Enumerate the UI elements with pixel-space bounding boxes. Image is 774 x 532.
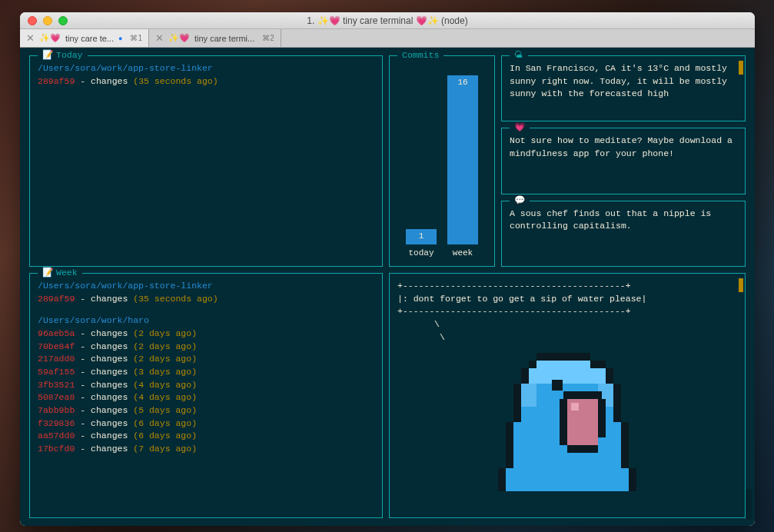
commit-line: 217add0 - changes (2 days ago) [38,353,374,366]
week-content: /Users/sora/work/app-store-linker289af59… [38,280,374,456]
svg-rect-21 [598,399,606,437]
commit-time: (2 days ago) [133,354,197,364]
commit-time: (7 days ago) [133,444,197,454]
tab-shortcut: ⌘1 [130,34,142,42]
svg-rect-3 [521,368,529,384]
commits-chart: 1today16week [396,75,488,260]
chart-bar-label: today [408,248,434,260]
chart-bar-label: week [453,248,473,260]
repo-block: /Users/sora/work/app-store-linker289af59… [38,280,374,305]
commit-message: changes [91,418,133,428]
svg-rect-2 [590,361,606,368]
commit-hash: 96aeb5a [38,328,75,338]
commit-time: (6 days ago) [133,418,197,428]
svg-rect-0 [536,353,590,361]
panel-title: 💬 [510,195,530,208]
tab-shortcut: ⌘2 [262,34,274,42]
separator: - [75,418,91,428]
svg-rect-20 [560,399,567,445]
commit-hash: 70be84f [38,341,75,351]
tab-1[interactable]: ✕ ✨💗 tiny care te... ● ⌘1 [20,29,149,47]
commit-time: (2 days ago) [133,328,197,338]
tab-bar: ✕ ✨💗 tiny care te... ● ⌘1 ✕ ✨💗 tiny care… [20,29,755,48]
scroll-indicator-icon [739,61,743,75]
commit-line: 70be84f - changes (2 days ago) [38,341,374,354]
title-text: Week [56,267,78,280]
commit-hash: aa57dd0 [38,431,75,441]
repo-path: /Users/sora/work/app-store-linker [38,62,374,75]
repo-path: /Users/sora/work/app-store-linker [38,280,374,293]
commit-time: (6 days ago) [133,431,197,441]
commit-message: changes [91,341,133,351]
separator: - [75,341,91,351]
bubble-tail: \ [434,331,737,344]
svg-rect-22 [567,445,598,453]
commit-line: 17bcfd0 - changes (7 days ago) [38,443,374,456]
chart-bar-column: 16week [447,75,478,260]
week-panel: 📝 Week /Users/sora/work/app-store-linker… [29,273,383,518]
svg-rect-10 [629,468,636,491]
commit-line: 289af59 - changes (35 seconds ago) [38,293,374,306]
scroll-indicator-icon [739,278,743,292]
close-icon[interactable]: ✕ [26,32,35,44]
commit-message: changes [91,392,133,402]
weather-icon: 🌤 [514,49,523,62]
commit-message: changes [91,444,133,454]
title-text: Today [56,49,83,62]
svg-rect-9 [498,468,506,491]
care-text: Not sure how to meditate? Maybe download… [510,135,736,160]
separator: - [75,444,91,454]
tab-label: tiny care termi... [194,34,254,43]
tab-2[interactable]: ✕ ✨💗 tiny care termi... ⌘2 [149,29,281,47]
window-title: 1. ✨💗 tiny care terminal 💗✨ (node) [20,15,755,26]
commit-message: changes [91,328,133,338]
svg-rect-5 [513,384,521,422]
tab-icon: ✨💗 [39,33,61,43]
repo-block: /Users/sora/work/haro96aeb5a - changes (… [38,314,374,455]
title-text: Commits [402,49,439,62]
commit-line: 289af59 - changes (35 seconds ago) [38,75,374,88]
bubble-text: |: dont forget to go get a sip of water … [397,293,737,306]
commit-line: 5087ea8 - changes (4 days ago) [38,391,374,404]
commit-hash: 289af59 [38,294,75,304]
titlebar: 1. ✨💗 tiny care terminal 💗✨ (node) [20,12,755,29]
note-icon: 📝 [42,267,53,280]
zoom-window-icon[interactable] [58,16,68,25]
close-window-icon[interactable] [28,16,37,25]
separator: - [75,328,91,338]
window-scrollbar[interactable] [746,489,752,520]
panel-title: 🌤 [510,49,528,62]
commit-hash: 217add0 [38,354,75,364]
commit-time: (35 seconds ago) [133,294,218,304]
traffic-lights [20,16,68,25]
repo-path: /Users/sora/work/haro [38,314,374,328]
terminal-area[interactable]: 📝 Today /Users/sora/work/app-store-linke… [20,48,755,526]
svg-rect-8 [621,422,629,468]
commit-hash: 59af155 [38,367,75,377]
svg-rect-16 [521,384,536,407]
svg-rect-12 [529,368,606,384]
svg-rect-6 [613,384,621,422]
repo-block: /Users/sora/work/app-store-linker289af59… [38,62,374,88]
bubble-tail: \ [434,318,737,331]
heart-icon: 💗 [514,121,525,135]
svg-rect-19 [563,391,602,399]
today-panel: 📝 Today /Users/sora/work/app-store-linke… [29,55,383,267]
bubble-border: +---------------------------------------… [397,305,737,318]
panel-title: Commits [397,49,443,62]
commit-line: f329836 - changes (6 days ago) [38,417,374,431]
commit-message: changes [91,380,133,390]
separator: - [75,392,91,402]
today-content: /Users/sora/work/app-store-linker289af59… [38,62,374,88]
close-icon[interactable]: ✕ [155,32,164,44]
svg-rect-11 [536,361,590,368]
care-panel: 💗 Not sure how to meditate? Maybe downlo… [501,128,746,194]
chart-bar: 16 [447,75,478,244]
commit-time: (4 days ago) [133,380,197,390]
minimize-window-icon[interactable] [43,16,52,25]
commit-hash: 17bcfd0 [38,444,75,454]
commit-message: changes [91,294,133,304]
svg-rect-7 [506,422,513,468]
svg-rect-15 [506,468,629,491]
tab-icon: ✨💗 [168,33,190,43]
